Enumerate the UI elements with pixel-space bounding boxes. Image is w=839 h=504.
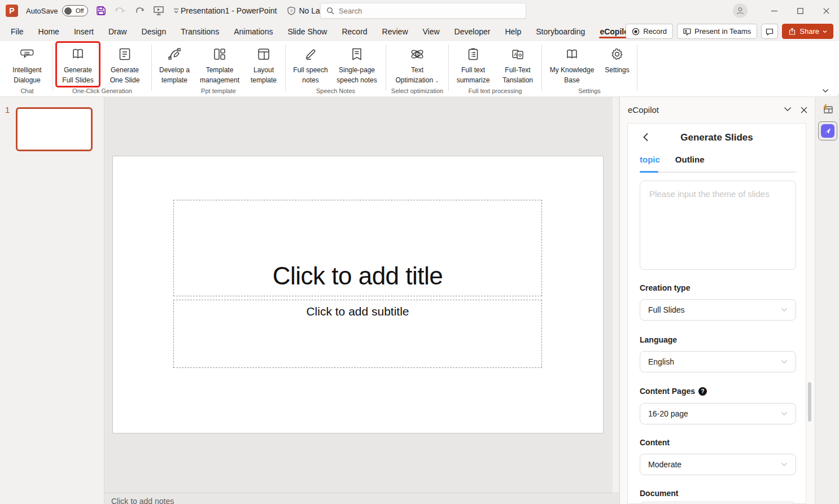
group-label-full-text-processing: Full text processing (469, 86, 522, 97)
ribbon: Intelligent Dialogue Chat Generate Full … (0, 41, 839, 97)
comments-button[interactable] (761, 24, 778, 39)
text-optimization-button[interactable]: Text Optimization⌄ (390, 43, 444, 86)
panel-scrollbar-thumb[interactable] (808, 382, 811, 422)
generate-one-slide-button[interactable]: Generate One Slide (102, 43, 147, 86)
slide-thumbnail-panel: 1 (0, 97, 104, 504)
full-text-summarize-button[interactable]: Full text summarize (453, 43, 493, 86)
record-button[interactable]: Record (626, 24, 673, 39)
group-label-chat: Chat (20, 86, 33, 97)
ribbon-separator (541, 45, 542, 91)
single-page-speech-notes-button[interactable]: Single-page speech notes (332, 43, 382, 86)
menu-draw[interactable]: Draw (101, 21, 134, 41)
generate-slides-card: Generate Slides topic Outline Creation t… (627, 123, 806, 504)
clipboard-icon (465, 46, 481, 63)
content-dropdown[interactable]: Moderate (640, 454, 796, 475)
help-icon[interactable]: ? (698, 387, 707, 396)
search-input[interactable] (339, 7, 508, 15)
subtitle-placeholder[interactable]: Click to add subtitle (173, 300, 542, 368)
start-slideshow-icon[interactable] (153, 6, 164, 16)
slide-thumbnail-selected[interactable] (16, 107, 93, 151)
quick-access-overflow-icon[interactable] (173, 7, 180, 14)
account-avatar[interactable] (733, 3, 748, 18)
slide-number: 1 (5, 105, 10, 115)
menu-transitions[interactable]: Transitions (173, 21, 226, 41)
content-pages-dropdown[interactable]: 16-20 page (640, 403, 796, 424)
notes-divider[interactable] (105, 493, 613, 493)
ribbon-separator (637, 45, 637, 91)
menu-animations[interactable]: Animations (226, 21, 280, 41)
add-in-rail (815, 97, 839, 504)
menu-record[interactable]: Record (334, 21, 374, 41)
sensitivity-shield-icon: ? (287, 6, 296, 15)
menu-help[interactable]: Help (497, 21, 528, 41)
template-management-button[interactable]: Template management (194, 43, 246, 86)
tab-topic[interactable]: topic (640, 155, 660, 164)
slide-canvas[interactable]: Click to add title Click to add subtitle (113, 156, 603, 433)
language-label: Language (640, 335, 677, 344)
menu-storyboarding[interactable]: Storyboarding (528, 21, 592, 41)
title-placeholder[interactable]: Click to add title (173, 200, 542, 296)
close-button[interactable] (813, 0, 839, 21)
svg-text:?: ? (290, 8, 293, 14)
document-title: Presentation1 - PowerPoint (181, 6, 277, 15)
full-text-translation-button[interactable]: AΦ Full-Text Tanslation (498, 43, 538, 86)
present-in-teams-button[interactable]: Present in Teams (677, 24, 757, 39)
canvas-scrollbar[interactable] (613, 97, 619, 492)
menu-developer[interactable]: Developer (447, 21, 498, 41)
share-icon (788, 28, 796, 36)
creation-type-dropdown[interactable]: Full Slides (640, 299, 796, 321)
share-button[interactable]: Share (782, 24, 833, 39)
my-knowledge-base-button[interactable]: My Knowledge Base (546, 43, 598, 86)
undo-icon[interactable] (115, 6, 126, 16)
notes-placeholder[interactable]: Click to add notes (111, 497, 174, 504)
menu-insert[interactable]: Insert (67, 21, 101, 41)
full-speech-notes-button[interactable]: Full speech notes (290, 43, 331, 86)
menu-design[interactable]: Design (134, 21, 174, 41)
generate-full-slides-button[interactable]: Generate Full Slides (57, 43, 99, 86)
tab-outline[interactable]: Outline (675, 155, 705, 164)
open-book-icon (564, 46, 580, 63)
pane-chevron-down-icon[interactable] (784, 107, 792, 112)
content-area: 1 Click to add title Click to add subtit… (0, 97, 839, 504)
page-title: Generate Slides (628, 132, 806, 143)
layout-icon (256, 46, 272, 63)
share-chevron-icon (823, 30, 827, 33)
storyboard-flash-icon[interactable] (822, 104, 833, 115)
theme-input[interactable] (640, 181, 796, 270)
search-box[interactable] (320, 3, 526, 19)
gear-icon (609, 46, 625, 63)
settings-button[interactable]: Settings (601, 43, 633, 76)
group-label-settings: Settings (578, 86, 601, 97)
layout-template-button[interactable]: Layout template (246, 43, 281, 86)
menu-slide-show[interactable]: Slide Show (280, 21, 334, 41)
autosave-toggle[interactable]: Off (62, 5, 88, 16)
dropdown-chevron-icon: ⌄ (435, 78, 439, 84)
menu-review[interactable]: Review (375, 21, 416, 41)
autosave-label: AutoSave (26, 7, 58, 15)
intelligent-dialogue-button[interactable]: Intelligent Dialogue (6, 43, 49, 86)
ribbon-group-chat: Intelligent Dialogue Chat (3, 41, 51, 97)
menu-file[interactable]: File (3, 21, 31, 41)
redo-icon[interactable] (134, 6, 145, 16)
language-dropdown[interactable]: English (640, 351, 796, 372)
ribbon-separator (386, 45, 386, 91)
bezier-pen-icon (167, 46, 182, 63)
group-label-ppt-template: Ppt template (201, 86, 236, 97)
menu-home[interactable]: Home (31, 21, 67, 41)
ribbon-group-settings: My Knowledge Base Settings Settings (544, 41, 635, 97)
pane-close-icon[interactable] (801, 107, 807, 113)
minimize-button[interactable] (761, 0, 787, 21)
menu-view[interactable]: View (416, 21, 447, 41)
develop-a-template-button[interactable]: Develop a template (156, 43, 193, 86)
task-pane-title: eCopilot (628, 105, 659, 115)
svg-text:Φ: Φ (518, 52, 522, 58)
document-dropdown[interactable] (640, 502, 796, 504)
maximize-button[interactable] (787, 0, 813, 21)
ecopilot-addin-button[interactable] (818, 121, 837, 141)
ribbon-group-select-optimization: Text Optimization⌄ Select optimization (388, 41, 447, 97)
collapse-ribbon-chevron-icon[interactable] (822, 89, 829, 93)
save-icon[interactable] (96, 6, 106, 16)
chevron-down-icon (781, 411, 788, 416)
translate-icon: AΦ (510, 46, 526, 63)
comment-icon (766, 28, 774, 36)
